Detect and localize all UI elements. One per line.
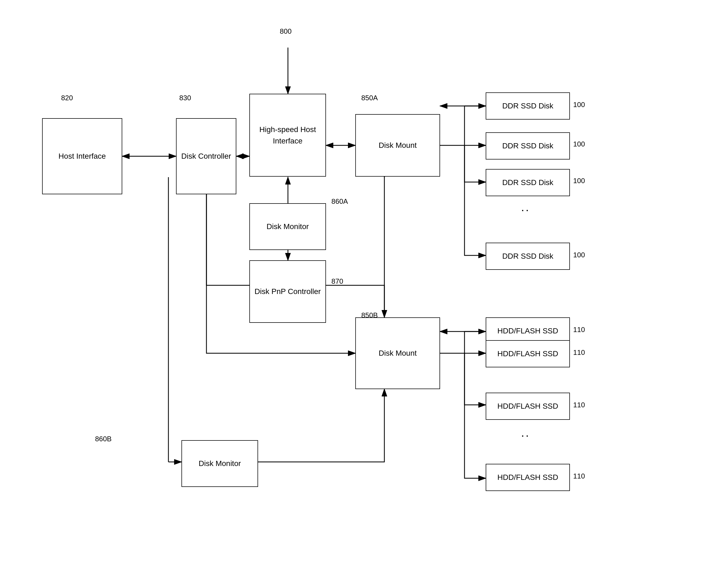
diagram: 800 820 830 840 850A 860A 870 850B 860B … [0,0,725,588]
disk-monitor-860b-label: Disk Monitor [198,458,241,469]
ddr-ssd-3-label: DDR SSD Disk [502,177,553,188]
hdd-dots: . . [521,429,528,439]
highspeed-host-interface-box: High-speed Host Interface [249,94,326,176]
label-850A: 850A [361,94,378,102]
disk-mount-850b-box: Disk Mount [355,317,440,389]
label-100-4: 100 [573,251,585,259]
label-110-4: 110 [573,472,585,480]
hdd-flash-3-box: HDD/FLASH SSD [486,393,570,420]
ddr-ssd-1-label: DDR SSD Disk [502,100,553,112]
disk-controller-label: Disk Controller [181,150,231,162]
ddr-ssd-3-box: DDR SSD Disk [486,169,570,196]
diagram-arrows [0,0,725,588]
disk-mount-850a-box: Disk Mount [355,114,440,176]
disk-mount-850b-label: Disk Mount [379,348,417,359]
disk-controller-box: Disk Controller [176,118,236,194]
label-100-3: 100 [573,176,585,185]
hdd-flash-3-label: HDD/FLASH SSD [497,400,558,412]
label-860A: 860A [332,197,348,206]
label-110-3: 110 [573,401,585,409]
hdd-flash-2-label: HDD/FLASH SSD [497,348,558,359]
disk-pnp-label: Disk PnP Controller [255,286,321,297]
highspeed-label: High-speed Host Interface [250,124,325,147]
label-830: 830 [179,94,191,102]
label-100-2: 100 [573,140,585,148]
host-interface-box: Host Interface [42,118,122,194]
label-820: 820 [61,94,73,102]
label-110-1: 110 [573,326,585,334]
disk-monitor-860a-label: Disk Monitor [266,221,309,232]
ddr-dots: . . [521,204,528,213]
hdd-flash-2-box: HDD/FLASH SSD [486,340,570,368]
ddr-ssd-1-box: DDR SSD Disk [486,92,570,120]
hdd-flash-1-label: HDD/FLASH SSD [497,325,558,337]
hdd-flash-4-label: HDD/FLASH SSD [497,472,558,483]
hdd-flash-4-box: HDD/FLASH SSD [486,464,570,491]
label-800: 800 [280,27,292,36]
ddr-ssd-2-box: DDR SSD Disk [486,132,570,160]
label-870: 870 [332,277,343,286]
label-860B: 860B [95,435,112,443]
label-110-2: 110 [573,348,585,357]
ddr-ssd-4-box: DDR SSD Disk [486,243,570,270]
disk-pnp-controller-box: Disk PnP Controller [249,260,326,323]
disk-mount-850a-label: Disk Mount [379,140,417,151]
ddr-ssd-4-label: DDR SSD Disk [502,251,553,262]
host-interface-label: Host Interface [58,150,106,162]
label-100-1: 100 [573,101,585,109]
ddr-ssd-2-label: DDR SSD Disk [502,140,553,152]
disk-monitor-860b-box: Disk Monitor [182,440,258,487]
disk-monitor-860a-box: Disk Monitor [249,203,326,250]
